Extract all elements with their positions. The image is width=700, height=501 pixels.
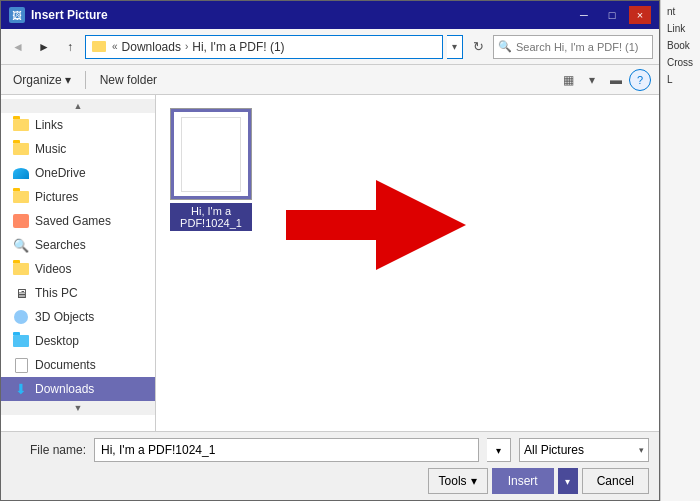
organize-chevron: ▾ xyxy=(65,73,71,87)
side-panel-item-nt: nt xyxy=(663,4,698,19)
saved-games-icon xyxy=(13,213,29,229)
downloads-icon: ⬇ xyxy=(13,381,29,397)
onedrive-icon xyxy=(13,165,29,181)
music-icon xyxy=(13,141,29,157)
sidebar-item-3d-objects[interactable]: 3D Objects xyxy=(1,305,155,329)
side-panel-item-l: L xyxy=(663,72,698,87)
3d-objects-icon xyxy=(13,309,29,325)
sidebar-item-label-desktop: Desktop xyxy=(35,334,79,348)
help-button[interactable]: ? xyxy=(629,69,651,91)
searches-icon: 🔍 xyxy=(13,237,29,253)
filename-input[interactable] xyxy=(94,438,479,462)
insert-picture-dialog: 🖼 Insert Picture ─ □ × ◄ ► ↑ « Downloads… xyxy=(0,0,660,501)
content-area: ▲ Links Music xyxy=(1,95,659,431)
forward-button[interactable]: ► xyxy=(33,36,55,58)
filetype-arrow: ▾ xyxy=(639,445,644,455)
side-panel: nt Link Book Cross L xyxy=(660,0,700,501)
sidebar-item-label-music: Music xyxy=(35,142,66,156)
sidebar-item-saved-games[interactable]: Saved Games xyxy=(1,209,155,233)
tools-arrow: ▾ xyxy=(471,474,477,488)
path-segment-downloads: Downloads xyxy=(122,40,181,54)
cancel-button[interactable]: Cancel xyxy=(582,468,649,494)
organize-button[interactable]: Organize ▾ xyxy=(9,71,75,89)
dialog-title: Insert Picture xyxy=(31,8,567,22)
sidebar-item-label-this-pc: This PC xyxy=(35,286,78,300)
sidebar-item-links[interactable]: Links xyxy=(1,113,155,137)
filename-label: File name: xyxy=(11,443,86,457)
file-label: Hi, I'm aPDF!1024_1 xyxy=(170,203,252,231)
sidebar-item-label-documents: Documents xyxy=(35,358,96,372)
sidebar-item-videos[interactable]: Videos xyxy=(1,257,155,281)
organize-label: Organize xyxy=(13,73,62,87)
tools-button[interactable]: Tools ▾ xyxy=(428,468,488,494)
new-folder-label: New folder xyxy=(100,73,157,87)
folder-icon xyxy=(92,41,106,52)
file-thumbnail xyxy=(171,109,251,199)
side-panel-item-cross: Cross xyxy=(663,55,698,70)
sidebar-item-downloads[interactable]: ⬇ Downloads xyxy=(1,377,155,401)
sidebar-item-desktop[interactable]: Desktop xyxy=(1,329,155,353)
new-folder-button[interactable]: New folder xyxy=(96,71,161,89)
filetype-label: All Pictures xyxy=(524,443,584,457)
sidebar-item-label-links: Links xyxy=(35,118,63,132)
sidebar-item-label-videos: Videos xyxy=(35,262,71,276)
pictures-icon xyxy=(13,189,29,205)
bottom-bar: File name: ▾ All Pictures ▾ Tools ▾ Inse… xyxy=(1,431,659,500)
view-button[interactable]: ▦ xyxy=(557,69,579,91)
side-panel-item-link: Link xyxy=(663,21,698,36)
filename-row: File name: ▾ All Pictures ▾ xyxy=(11,438,649,462)
close-button[interactable]: × xyxy=(629,6,651,24)
side-panel-item-book: Book xyxy=(663,38,698,53)
svg-marker-0 xyxy=(286,180,466,270)
insert-dropdown-button[interactable]: ▾ xyxy=(558,468,578,494)
dialog-icon: 🖼 xyxy=(9,7,25,23)
address-bar: ◄ ► ↑ « Downloads › Hi, I'm a PDF! (1) ▾… xyxy=(1,29,659,65)
sidebar-scroll-down[interactable]: ▼ xyxy=(1,401,155,415)
toolbar-separator xyxy=(85,71,86,89)
sidebar-item-label-saved-games: Saved Games xyxy=(35,214,111,228)
minimize-button[interactable]: ─ xyxy=(573,6,595,24)
filetype-select[interactable]: All Pictures ▾ xyxy=(519,438,649,462)
search-box[interactable]: 🔍 xyxy=(493,35,653,59)
panel-button[interactable]: ▬ xyxy=(605,69,627,91)
file-area[interactable]: Hi, I'm aPDF!1024_1 xyxy=(156,95,659,431)
toolbar: Organize ▾ New folder ▦ ▾ ▬ ? xyxy=(1,65,659,95)
view-dropdown-button[interactable]: ▾ xyxy=(581,69,603,91)
sidebar-item-label-onedrive: OneDrive xyxy=(35,166,86,180)
refresh-button[interactable]: ↻ xyxy=(467,36,489,58)
sidebar: ▲ Links Music xyxy=(1,95,156,431)
file-item[interactable]: Hi, I'm aPDF!1024_1 xyxy=(166,105,256,235)
back-button[interactable]: ◄ xyxy=(7,36,29,58)
buttons-row: Tools ▾ Insert ▾ Cancel xyxy=(11,468,649,494)
sidebar-item-pictures[interactable]: Pictures xyxy=(1,185,155,209)
sidebar-item-searches[interactable]: 🔍 Searches xyxy=(1,233,155,257)
videos-icon xyxy=(13,261,29,277)
tools-label: Tools xyxy=(439,474,467,488)
insert-button[interactable]: Insert xyxy=(492,468,554,494)
sidebar-item-documents[interactable]: Documents xyxy=(1,353,155,377)
up-button[interactable]: ↑ xyxy=(59,36,81,58)
sidebar-item-music[interactable]: Music xyxy=(1,137,155,161)
links-icon xyxy=(13,117,29,133)
file-thumbnail-inner xyxy=(181,117,241,192)
toolbar-right: ▦ ▾ ▬ ? xyxy=(557,69,651,91)
maximize-button[interactable]: □ xyxy=(601,6,623,24)
title-bar: 🖼 Insert Picture ─ □ × xyxy=(1,1,659,29)
desktop-icon xyxy=(13,333,29,349)
sidebar-item-label-pictures: Pictures xyxy=(35,190,78,204)
address-path[interactable]: « Downloads › Hi, I'm a PDF! (1) xyxy=(85,35,443,59)
sidebar-item-label-searches: Searches xyxy=(35,238,86,252)
sidebar-item-label-3d-objects: 3D Objects xyxy=(35,310,94,324)
red-arrow-svg xyxy=(286,175,466,275)
sidebar-item-label-downloads: Downloads xyxy=(35,382,94,396)
address-dropdown[interactable]: ▾ xyxy=(447,35,463,59)
filename-dropdown[interactable]: ▾ xyxy=(487,438,511,462)
sidebar-item-onedrive[interactable]: OneDrive xyxy=(1,161,155,185)
search-icon: 🔍 xyxy=(498,40,512,53)
search-input[interactable] xyxy=(516,41,646,53)
sidebar-item-this-pc[interactable]: 🖥 This PC xyxy=(1,281,155,305)
path-segment-current: Hi, I'm a PDF! (1) xyxy=(192,40,284,54)
documents-icon xyxy=(13,357,29,373)
sidebar-scroll-up[interactable]: ▲ xyxy=(1,99,155,113)
pc-icon: 🖥 xyxy=(13,285,29,301)
